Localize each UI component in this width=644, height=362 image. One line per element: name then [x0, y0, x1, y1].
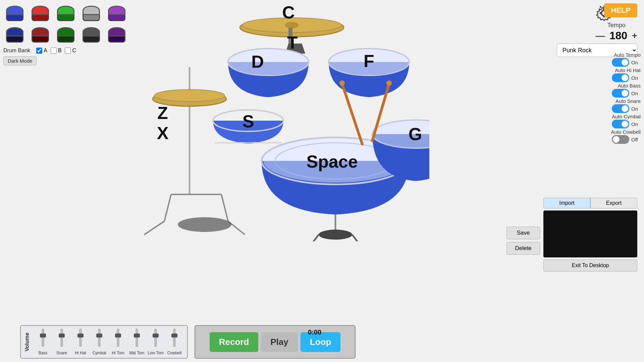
tom2-key-label: F [364, 51, 374, 71]
mixer-label-hihat: Hi Hat [75, 351, 86, 355]
auto-bass-toggle[interactable] [612, 89, 629, 98]
tempo-controls: — 180 + [596, 29, 637, 42]
svg-line-31 [352, 235, 362, 241]
export-button[interactable]: Export [590, 198, 637, 208]
mixer-label-lowtom: Low Tom [148, 351, 164, 355]
drum-color-grid [3, 3, 144, 45]
mixer-channel-lowtom: Low Tom [146, 328, 165, 355]
drum-kit-area: C T D F S Space G Z X [127, 0, 429, 241]
save-button[interactable]: Save [506, 227, 540, 239]
mixer-fader-knob-hitom[interactable] [115, 334, 121, 338]
mixer-label-snare: Snare [56, 351, 67, 355]
auto-hihat-toggle[interactable] [612, 73, 629, 82]
mixer-fader-hihat[interactable] [79, 328, 82, 347]
delete-button[interactable]: Delete [506, 242, 540, 255]
tempo-value: 180 [608, 29, 629, 42]
play-button[interactable]: Play [261, 332, 298, 352]
drum-color-dark-red[interactable] [29, 25, 52, 45]
mixer-fader-cymbal[interactable] [98, 328, 101, 347]
bank-c-label: C [72, 48, 76, 54]
svg-point-11 [285, 22, 299, 28]
record-button[interactable]: Record [210, 332, 259, 352]
mixer-fader-knob-cymbal[interactable] [96, 334, 102, 338]
auto-cymbal-toggle[interactable] [612, 120, 629, 128]
svg-line-3 [221, 194, 228, 221]
dark-mode-button[interactable]: Dark Mode [3, 56, 37, 65]
auto-cowbell-label: Auto Cowbell [567, 129, 641, 135]
auto-settings-panel: Auto Tempo On Auto Hi Hat On Auto Bass O… [567, 52, 641, 144]
mixer-channel-hihat: Hi Hat [71, 328, 90, 355]
svg-line-2 [164, 194, 171, 221]
auto-cymbal-toggle-knob [622, 121, 628, 127]
auto-tempo-state: On [631, 60, 641, 65]
tempo-area: Tempo — 180 + [596, 22, 637, 42]
save-delete-area: Save Delete [506, 227, 540, 255]
mixer-fader-hitom[interactable] [117, 328, 119, 347]
auto-cymbal-toggle-row: On [567, 120, 641, 128]
auto-snare-toggle[interactable] [612, 104, 629, 113]
bank-c-checkbox[interactable] [65, 48, 71, 54]
bank-b-item[interactable]: B [51, 48, 62, 54]
svg-point-41 [339, 80, 345, 86]
mixer-fader-cowbell[interactable] [173, 328, 176, 347]
bank-b-checkbox[interactable] [51, 48, 57, 54]
import-export-buttons: Import Export [543, 198, 637, 208]
auto-bass-label: Auto Bass [567, 83, 641, 88]
drum-kit-svg: C T D F S Space G Z X [127, 0, 429, 241]
drum-color-green[interactable] [54, 3, 77, 23]
drum-color-red[interactable] [29, 3, 52, 23]
hihat-foot-key-label: X [157, 123, 169, 143]
auto-tempo-toggle[interactable] [612, 58, 629, 67]
auto-hihat-toggle-row: On [567, 73, 641, 82]
tempo-increase-button[interactable]: + [632, 31, 637, 41]
mixer-channel-cymbal: Cymbal [90, 328, 109, 355]
mixer-fader-snare[interactable] [60, 328, 63, 347]
mixer-fader-knob-hihat[interactable] [77, 334, 84, 338]
drum-color-silver[interactable] [80, 3, 103, 23]
mixer-fader-knob-midtom[interactable] [134, 334, 140, 338]
drum-color-purple[interactable] [105, 3, 128, 23]
drum-bank-label: Drum Bank [3, 48, 30, 54]
mixer-label-midtom: Mid Tom [129, 351, 144, 355]
drum-color-dark-blue[interactable] [3, 25, 26, 45]
auto-cymbal-item: Auto Cymbal On [567, 114, 641, 128]
bank-a-checkbox[interactable] [36, 48, 42, 54]
import-export-display [543, 210, 637, 257]
mixer-fader-bass[interactable] [42, 328, 44, 347]
auto-tempo-toggle-knob [622, 59, 628, 66]
floortom-key-label: G [409, 124, 422, 144]
mixer-fader-midtom[interactable] [136, 328, 138, 347]
import-button[interactable]: Import [543, 198, 590, 208]
mixer-channel-hitom: Hi Tom [109, 328, 127, 355]
tempo-decrease-button[interactable]: — [596, 31, 605, 41]
auto-hihat-state: On [631, 75, 641, 81]
drum-color-black[interactable] [80, 25, 103, 45]
auto-bass-item: Auto Bass On [567, 83, 641, 98]
exit-desktop-button[interactable]: Exit To Desktop [543, 259, 637, 272]
drum-color-dark-purple[interactable] [105, 25, 128, 45]
auto-cowbell-toggle[interactable] [612, 135, 629, 144]
drum-color-blue[interactable] [3, 3, 26, 23]
mixer-fader-lowtom[interactable] [154, 328, 157, 347]
transport-area: 0:00 Record Play Loop [195, 325, 356, 359]
svg-line-30 [309, 235, 319, 241]
svg-point-8 [154, 89, 225, 102]
hihat-open-key-label: Z [157, 103, 168, 123]
drum-color-dark-green[interactable] [54, 25, 77, 45]
mixer-fader-knob-lowtom[interactable] [153, 334, 159, 338]
mixer-label-cymbal: Cymbal [93, 351, 106, 355]
mixer-fader-knob-snare[interactable] [59, 334, 65, 338]
import-export-area: Import Export Exit To Desktop [543, 198, 637, 272]
snare-key-label: S [243, 112, 254, 131]
auto-snare-item: Auto Snare On [567, 98, 641, 113]
auto-cowbell-toggle-knob [613, 136, 620, 143]
mixer-fader-knob-cowbell[interactable] [171, 334, 177, 338]
help-button[interactable]: HELP [604, 3, 637, 17]
bank-a-item[interactable]: A [36, 48, 47, 54]
volume-label: Volume [24, 333, 30, 352]
time-display: 0:00 [308, 328, 321, 336]
mixer-fader-knob-bass[interactable] [40, 334, 46, 338]
svg-line-4 [144, 221, 164, 235]
auto-cymbal-label: Auto Cymbal [567, 114, 641, 119]
bank-c-item[interactable]: C [65, 48, 76, 54]
